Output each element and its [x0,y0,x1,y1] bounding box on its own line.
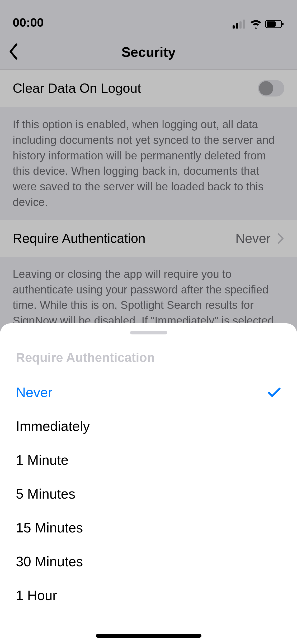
auth-option[interactable]: 1 Hour [0,578,297,612]
option-label: 1 Minute [16,452,68,468]
home-indicator[interactable] [96,634,201,638]
option-label: 1 Hour [16,587,57,603]
auth-option[interactable]: 1 Minute [0,443,297,477]
auth-option[interactable]: 15 Minutes [0,511,297,545]
option-label: 15 Minutes [16,520,83,536]
option-label: 30 Minutes [16,554,83,569]
auth-option[interactable]: Never [0,375,297,409]
option-label: Immediately [16,418,90,434]
auth-option[interactable]: 5 Minutes [0,477,297,511]
option-label: 5 Minutes [16,486,75,502]
require-auth-sheet: Require Authentication NeverImmediately1… [0,323,297,644]
option-label: Never [16,384,53,400]
auth-option[interactable]: 30 Minutes [0,545,297,578]
checkmark-icon [267,387,281,398]
sheet-title: Require Authentication [0,350,297,375]
sheet-grabber[interactable] [130,331,167,334]
auth-option[interactable]: Immediately [0,409,297,443]
